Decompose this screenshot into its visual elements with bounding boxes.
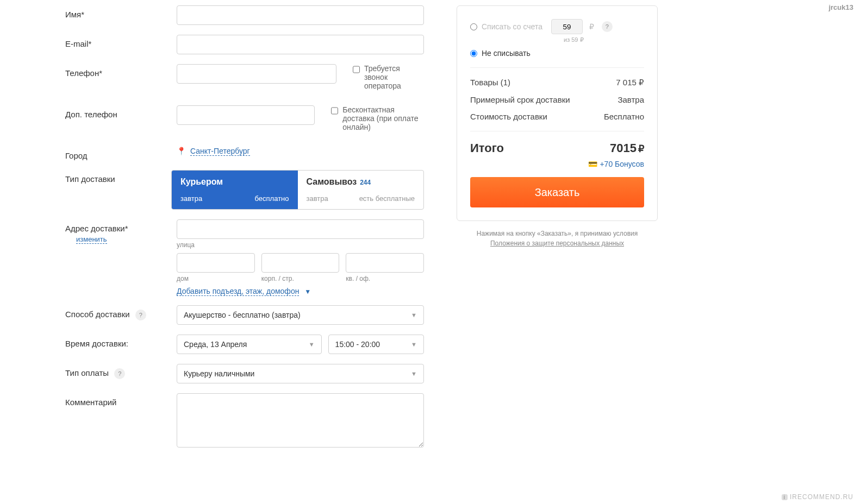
checkout-form: Имя* E-mail* Телефон* Требуется звонок о… bbox=[54, 5, 435, 459]
chevron-down-icon: ▼ bbox=[304, 288, 311, 295]
debit-points-radio[interactable]: Списать со счета ₽ ? bbox=[470, 19, 644, 34]
comment-label: Комментарий bbox=[65, 393, 177, 407]
points-input[interactable] bbox=[551, 19, 583, 34]
help-icon[interactable]: ? bbox=[114, 368, 125, 379]
delivery-tabs: Курьером завтрабесплатно Самовывоз244 за… bbox=[171, 170, 424, 210]
delivery-time-label: Время доставки: bbox=[65, 335, 177, 348]
chevron-down-icon: ▼ bbox=[411, 312, 417, 318]
korp-input[interactable] bbox=[261, 253, 340, 273]
email-input[interactable] bbox=[177, 35, 424, 54]
payment-select[interactable]: Курьеру наличными ▼ bbox=[177, 364, 424, 383]
house-input[interactable] bbox=[177, 253, 255, 273]
callback-cb-input[interactable] bbox=[353, 65, 360, 74]
order-summary: Списать со счета ₽ ? из 59 ₽ Не списыват… bbox=[457, 5, 658, 221]
location-pin-icon: 📍 bbox=[177, 147, 186, 155]
delivery-time-select[interactable]: 15:00 - 20:00 ▼ bbox=[328, 335, 424, 354]
contactless-checkbox[interactable]: Бесконтактная доставка (при оплате онлай… bbox=[331, 105, 424, 131]
help-icon[interactable]: ? bbox=[602, 21, 613, 32]
privacy-link[interactable]: Положения о защите персональных данных bbox=[490, 240, 624, 247]
eta-value: Завтра bbox=[617, 95, 644, 104]
email-label: E-mail* bbox=[65, 35, 177, 48]
watermark-site: iIRECOMMEND.RU bbox=[782, 493, 853, 501]
shipcost-label: Стоимость доставки bbox=[470, 112, 547, 121]
wallet-icon: 💳 bbox=[588, 160, 597, 168]
delivery-method-label: Способ доставки ? bbox=[65, 305, 177, 320]
bonus-line: 💳+70 Бонусов bbox=[470, 160, 644, 168]
name-input[interactable] bbox=[177, 5, 424, 25]
order-button[interactable]: Заказать bbox=[470, 177, 644, 207]
shipcost-value: Бесплатно bbox=[604, 112, 644, 121]
phone2-label: Доп. телефон bbox=[65, 105, 177, 119]
delivery-method-select[interactable]: Акушерство - бесплатно (завтра) ▼ bbox=[177, 305, 424, 325]
eta-label: Примерный срок доставки bbox=[470, 95, 570, 104]
tab-courier[interactable]: Курьером завтрабесплатно bbox=[172, 171, 298, 209]
street-sublabel: улица bbox=[177, 241, 424, 249]
tab-pickup[interactable]: Самовывоз244 завтраесть бесплатные bbox=[298, 171, 424, 209]
phone-label: Телефон* bbox=[65, 64, 177, 78]
goods-value: 7 015 ₽ bbox=[616, 78, 644, 87]
address-change-link[interactable]: изменить bbox=[76, 235, 107, 244]
chevron-down-icon: ▼ bbox=[411, 370, 417, 377]
contactless-cb-input[interactable] bbox=[331, 106, 338, 115]
total-value: 7015 bbox=[610, 141, 637, 155]
name-label: Имя* bbox=[65, 5, 177, 19]
goods-label: Товары (1) bbox=[470, 78, 510, 87]
callback-checkbox[interactable]: Требуется звонок оператора bbox=[353, 64, 424, 90]
comment-textarea[interactable] bbox=[177, 393, 424, 448]
nodebit-radio[interactable]: Не списывать bbox=[470, 49, 644, 58]
city-link[interactable]: Санкт-Петербург bbox=[190, 147, 250, 156]
total-label: Итого bbox=[470, 141, 504, 155]
add-entrance-link[interactable]: Добавить подъезд, этаж, домофон bbox=[177, 287, 299, 296]
delivery-date-select[interactable]: Среда, 13 Апреля ▼ bbox=[177, 335, 322, 354]
address-label: Адрес доставки* изменить bbox=[65, 219, 177, 244]
apt-input[interactable] bbox=[346, 253, 424, 273]
payment-label: Тип оплаты ? bbox=[65, 364, 177, 379]
phone2-input[interactable] bbox=[177, 105, 315, 125]
help-icon[interactable]: ? bbox=[135, 310, 146, 320]
chevron-down-icon: ▼ bbox=[411, 341, 417, 348]
phone-input[interactable] bbox=[177, 64, 336, 84]
points-available: из 59 ₽ bbox=[564, 36, 644, 43]
delivery-type-label: Тип доставки bbox=[65, 170, 171, 184]
watermark-user: jrcuk13 bbox=[828, 3, 853, 11]
city-label: Город bbox=[65, 147, 177, 160]
street-input[interactable] bbox=[177, 219, 424, 239]
agree-text: Нажимая на кнопку «Заказать», я принимаю… bbox=[457, 229, 658, 248]
chevron-down-icon: ▼ bbox=[309, 341, 315, 348]
